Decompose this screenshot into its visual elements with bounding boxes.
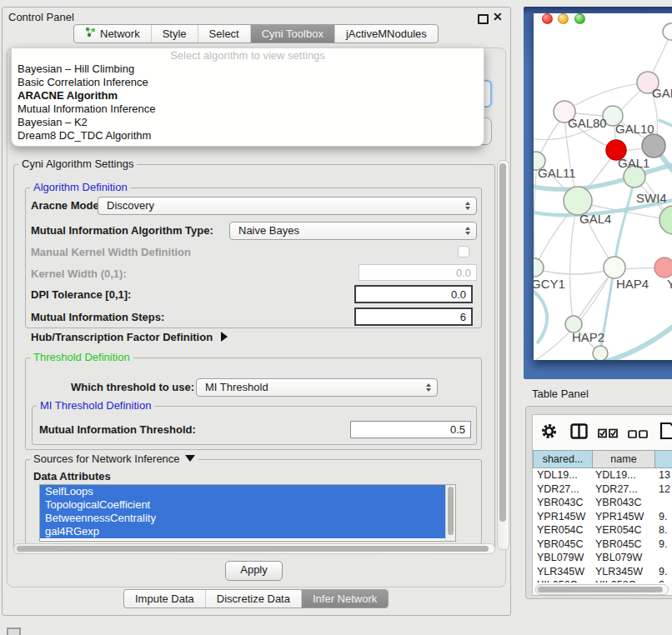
table-row[interactable]: YBR045C YBR045C 9. [533, 538, 672, 552]
network-graph[interactable]: GAL GAL80 GAL10 GAL1 GAL11 SWI4 GAL4 GCY… [534, 13, 672, 360]
cell-shared-name: YDR27... [533, 482, 593, 497]
new-file-icon-partial[interactable] [659, 422, 672, 443]
node-label: GAL10 [615, 122, 654, 136]
node-gal4[interactable] [564, 187, 592, 215]
column-header-shared-name[interactable]: shared... [533, 450, 593, 468]
column-header-partial[interactable] [655, 450, 672, 468]
table-row[interactable]: YDR27... YDR27... 12 [533, 482, 672, 497]
mi-algorithm-type-combo[interactable]: Naive Bayes [229, 222, 477, 240]
node-label: HAP2 [572, 330, 604, 344]
tab-jactivemnodules[interactable]: jActiveMNodules [334, 25, 438, 42]
settings-vscroll-thumb[interactable] [499, 163, 506, 522]
list-vertical-scrollbar[interactable] [445, 485, 455, 541]
dropdown-item[interactable]: Bayesian – Hill Climbing [12, 62, 484, 76]
close-icon[interactable]: ✕ [493, 10, 503, 23]
dock-icon-partial[interactable] [7, 628, 21, 635]
cell-name: YDR27... [593, 482, 655, 497]
node-label: Y [667, 277, 672, 291]
mi-threshold-field[interactable]: 0.5 [350, 421, 471, 438]
mi-algorithm-type-value: Naive Bayes [238, 224, 299, 237]
deselect-all-checkboxes-icon[interactable] [628, 428, 649, 442]
kernel-width-label: Kernel Width (0,1): [31, 268, 127, 281]
float-window-icon[interactable] [478, 14, 489, 24]
sources-legend[interactable]: Sources for Network Inference [30, 453, 198, 465]
columns-icon[interactable] [570, 423, 588, 442]
table-row[interactable]: YDL19... YDL19... 13 [533, 468, 672, 482]
table-body[interactable]: YDL19... YDL19... 13 YDR27... YDR27... 1… [533, 468, 672, 582]
tab-select[interactable]: Select [198, 25, 250, 42]
node-label: SWI4 [636, 191, 667, 205]
cell-shared-name: YER054C [533, 523, 593, 538]
node-salmon[interactable] [654, 258, 672, 278]
bottom-tabstrip: Impute Data Discretize Data Infer Networ… [123, 589, 389, 608]
tab-impute-data[interactable]: Impute Data [124, 590, 205, 608]
cell-name: YBR043C [593, 496, 655, 510]
list-item-selected[interactable]: SelfLoops [40, 485, 455, 498]
list-item-selected[interactable]: BetweennessCentrality [40, 512, 455, 525]
table-horizontal-scrollbar[interactable] [535, 584, 669, 595]
dropdown-item[interactable]: Dream8 DC_TDC Algorithm [12, 129, 484, 142]
table-row[interactable]: YPR145W YPR145W 9. [533, 510, 672, 524]
manual-kernel-width-checkbox[interactable] [458, 246, 469, 258]
stepper-arrows [426, 383, 431, 392]
tab-discretize-data[interactable]: Discretize Data [205, 590, 301, 608]
hub-factor-label: Hub/Transcription Factor Definition [31, 331, 213, 343]
dropdown-item[interactable]: Mutual Information Inference [12, 102, 484, 116]
column-header-name[interactable]: name [593, 450, 655, 468]
table-row[interactable]: YIL052C YIL052C 9. [533, 578, 672, 582]
list-item-selected[interactable]: gal4RGexp [40, 525, 455, 538]
tab-infer-network[interactable]: Infer Network [301, 590, 388, 608]
list-vscroll-thumb[interactable] [448, 487, 454, 535]
data-attributes-list[interactable]: SelfLoops TopologicalCoefficient Between… [39, 484, 456, 542]
which-threshold-label: Which threshold to use: [71, 381, 194, 394]
table-row[interactable]: YBL079W YBL079W [533, 551, 672, 565]
threshold-definition-legend: Threshold Definition [30, 352, 133, 363]
table-row[interactable]: YBR043C YBR043C [533, 496, 672, 510]
cyni-algorithm-settings-legend: Cyni Algorithm Settings [18, 158, 137, 170]
data-attributes-label: Data Attributes [33, 470, 111, 483]
tab-infer-network-label: Infer Network [313, 590, 377, 608]
dpi-tolerance-field[interactable]: 0.0 [354, 285, 473, 303]
settings-vertical-scrollbar[interactable] [497, 160, 509, 550]
node-label: GAL11 [538, 166, 576, 180]
mi-threshold-definition-legend: MI Threshold Definition [37, 400, 154, 412]
apply-button[interactable]: Apply [225, 561, 283, 581]
dropdown-item[interactable]: Bayesian – K2 [12, 116, 484, 129]
mi-steps-field[interactable]: 6 [354, 308, 473, 326]
tab-style[interactable]: Style [151, 25, 198, 42]
table-hscroll-thumb[interactable] [538, 587, 663, 592]
aracne-mode-combo[interactable]: Discovery [98, 197, 477, 215]
select-all-checkboxes-icon[interactable] [598, 427, 619, 442]
node-gray[interactable] [642, 134, 665, 158]
settings-horizontal-scrollbar[interactable] [13, 543, 495, 554]
list-item-selected[interactable]: TopologicalCoefficient [40, 498, 455, 512]
cell-name: YBL079W [593, 551, 655, 565]
which-threshold-combo[interactable]: MI Threshold [196, 378, 438, 397]
gear-icon[interactable] [540, 422, 558, 443]
node[interactable] [663, 23, 672, 40]
node-hap4[interactable] [604, 257, 625, 278]
which-threshold-value: MI Threshold [205, 381, 268, 393]
cell-name: YBR045C [593, 538, 655, 552]
kernel-width-field[interactable]: 0.0 [359, 264, 477, 281]
dropdown-placeholder: Select algorithm to view settings [12, 48, 484, 62]
tab-cyni-toolbox[interactable]: Cyni Toolbox [250, 25, 334, 42]
hub-factor-expander[interactable]: Hub/Transcription Factor Definition [31, 331, 228, 344]
cell-name: YIL052C [593, 578, 655, 582]
dropdown-item[interactable]: Basic Correlation Inference [12, 76, 484, 89]
node-bottom-partial[interactable] [593, 346, 608, 360]
cell-value: 9. [655, 578, 672, 582]
cell-shared-name: YDL19... [533, 468, 593, 482]
dropdown-item-selected[interactable]: ARACNE Algorithm [12, 89, 484, 102]
table-row[interactable]: YLR345W YLR345W 9. [533, 565, 672, 579]
table-row[interactable]: YER054C YER054C 8. [533, 523, 672, 538]
tab-discretize-data-label: Discretize Data [217, 590, 290, 608]
tab-network[interactable]: Network [74, 25, 151, 42]
mi-threshold-label: Mutual Information Threshold: [39, 423, 196, 437]
cell-shared-name: YPR145W [533, 510, 593, 524]
settings-hscroll-thumb[interactable] [17, 546, 489, 552]
node-gcy1[interactable] [534, 258, 544, 277]
mi-algorithm-type-label: Mutual Information Algorithm Type: [31, 224, 213, 238]
tab-cyni-toolbox-label: Cyni Toolbox [262, 25, 323, 42]
algorithm-dropdown-popup: Select algorithm to view settings Bayesi… [11, 48, 484, 147]
